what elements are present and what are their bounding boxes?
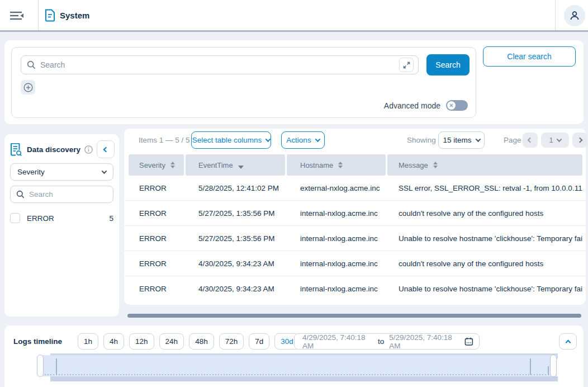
page-number-dropdown[interactable]: 1 <box>541 133 569 148</box>
range-button-72h[interactable]: 72h <box>219 333 244 350</box>
sort-icon <box>338 162 343 168</box>
info-icon[interactable] <box>84 145 93 154</box>
data-discovery-panel: Data discovery Severity Search ERROR 5 <box>4 134 119 317</box>
range-button-7d[interactable]: 7d <box>249 333 269 350</box>
search-panel: Search Search Advanced mode <box>4 40 584 124</box>
column-header-eventtime[interactable]: EventTime <box>186 154 285 176</box>
table-row[interactable]: ERROR5/27/2025, 1:35:56 PM internal-nxlo… <box>124 201 586 226</box>
facet-label: ERROR <box>27 214 54 223</box>
calendar-icon <box>464 337 473 346</box>
sort-desc-icon <box>238 166 244 169</box>
facet-item-error[interactable]: ERROR 5 <box>10 211 113 225</box>
timeline-brush-bottom-strip <box>50 376 558 381</box>
collapse-panel-button[interactable] <box>97 140 115 158</box>
actions-button[interactable]: Actions <box>281 131 325 149</box>
search-button[interactable]: Search <box>426 54 470 75</box>
field-selector-value: Severity <box>17 168 45 176</box>
column-header-message[interactable]: Message <box>387 154 582 176</box>
table-row[interactable]: ERROR5/27/2025, 1:35:56 PM internal-nxlo… <box>124 226 586 251</box>
column-header-severity[interactable]: Severity <box>129 154 184 176</box>
horizontal-scrollbar[interactable] <box>127 314 581 318</box>
table-row[interactable]: ERROR4/30/2025, 9:34:23 AM internal-nxlo… <box>124 251 586 276</box>
plus-circle-icon <box>23 83 33 92</box>
facet-count: 5 <box>109 214 113 223</box>
range-button-24h[interactable]: 24h <box>159 333 184 350</box>
date-to: 5/29/2025, 7:40:18 AM <box>389 333 459 350</box>
facet-search-placeholder: Search <box>29 190 53 199</box>
timeline-spike <box>56 358 57 375</box>
search-placeholder: Search <box>40 60 399 69</box>
logs-timeline-card: Logs timeline 1h 4h 12h 24h 48h 72h 7d 3… <box>4 325 584 387</box>
chevron-down-icon <box>265 136 271 142</box>
add-condition-button[interactable] <box>21 80 35 95</box>
search-builder-card: Search Search Advanced mode <box>11 47 476 118</box>
field-selector-dropdown[interactable]: Severity <box>10 163 113 181</box>
collapse-timeline-button[interactable] <box>559 333 577 350</box>
user-icon <box>569 10 580 21</box>
date-from: 4/29/2025, 7:40:18 AM <box>302 333 373 350</box>
chevron-down-icon <box>556 136 562 142</box>
next-page-button[interactable] <box>572 133 587 148</box>
logs-timeline-title: Logs timeline <box>13 337 62 346</box>
chevron-down-icon <box>475 136 481 142</box>
data-discovery-title: Data discovery <box>27 145 80 154</box>
header-divider-left <box>38 0 39 30</box>
sort-icon <box>170 162 175 168</box>
range-button-4h[interactable]: 4h <box>103 333 124 350</box>
chevron-up-icon <box>565 340 571 346</box>
page-size-dropdown[interactable]: 15 items <box>438 131 485 149</box>
advanced-mode-toggle[interactable] <box>446 100 468 111</box>
table-body: ERROR5/28/2025, 12:41:02 PM external-nxl… <box>124 176 586 301</box>
header-divider-right <box>555 0 556 30</box>
select-table-columns-button[interactable]: Select table columns <box>191 131 271 149</box>
timeline-spike <box>530 358 531 375</box>
page-label: Page <box>504 136 521 144</box>
expand-search-icon[interactable] <box>399 58 414 72</box>
chevron-down-icon <box>315 136 320 142</box>
chevron-right-icon <box>577 138 583 143</box>
chevron-left-icon <box>103 147 108 152</box>
search-icon <box>27 60 36 69</box>
table-toolbar: Items 1 — 5 / 5 Select table columns Act… <box>124 129 586 152</box>
timeline-spike <box>548 366 549 375</box>
advanced-mode-label: Advanced mode <box>384 101 440 110</box>
date-range-picker[interactable]: 4/29/2025, 7:40:18 AM to 5/29/2025, 7:40… <box>294 333 480 350</box>
user-menu-button[interactable] <box>564 5 585 26</box>
app-header: System <box>0 0 588 32</box>
toggle-knob <box>447 101 456 110</box>
system-page-icon <box>45 9 55 24</box>
timeline-band[interactable] <box>38 355 557 376</box>
data-discovery-icon <box>10 143 22 156</box>
date-to-label: to <box>378 337 384 346</box>
search-input[interactable]: Search <box>21 55 419 74</box>
items-summary: Items 1 — 5 / 5 <box>139 136 190 144</box>
chevron-left-icon <box>528 138 533 143</box>
timeline-baseline <box>39 374 556 375</box>
facet-search-input[interactable]: Search <box>10 186 113 203</box>
table-row[interactable]: ERROR5/28/2025, 12:41:02 PM external-nxl… <box>124 176 586 201</box>
previous-page-button[interactable] <box>523 133 538 148</box>
facet-checkbox[interactable] <box>10 213 20 223</box>
table-header-row: Severity EventTime Hostname Message <box>124 154 586 176</box>
range-button-1h[interactable]: 1h <box>78 333 98 350</box>
page-title: System <box>60 11 89 20</box>
sidebar-toggle-icon[interactable] <box>8 9 25 22</box>
sort-icon <box>433 162 438 168</box>
table-row[interactable]: ERROR4/30/2025, 9:34:23 AM internal-nxlo… <box>124 276 586 301</box>
chevron-down-icon <box>102 168 107 174</box>
brush-handle-right[interactable] <box>550 355 557 377</box>
clear-search-button[interactable]: Clear search <box>483 46 576 67</box>
column-header-hostname[interactable]: Hostname <box>287 154 386 176</box>
brush-handle-left[interactable] <box>37 355 44 377</box>
search-icon <box>16 190 25 199</box>
range-button-12h[interactable]: 12h <box>129 333 154 350</box>
showing-label: Showing <box>407 136 436 144</box>
range-button-48h[interactable]: 48h <box>189 333 214 350</box>
logs-table-card: Items 1 — 5 / 5 Select table columns Act… <box>124 129 586 305</box>
